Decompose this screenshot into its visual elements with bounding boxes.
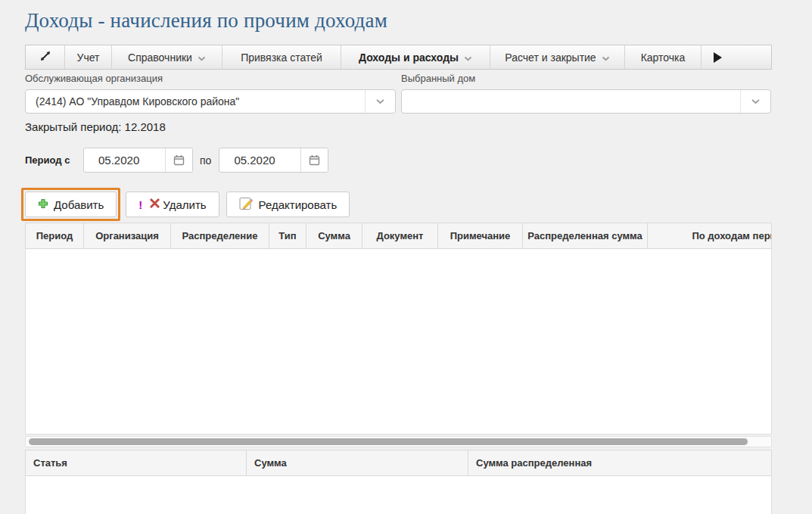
tab-label: Привязка статей bbox=[241, 51, 322, 64]
scrollbar-thumb[interactable] bbox=[29, 438, 748, 445]
delete-button[interactable]: ! Удалить bbox=[126, 192, 219, 217]
edit-button-label: Редактировать bbox=[259, 198, 338, 211]
org-filter: Обслуживающая организация (2414) АО "Упр… bbox=[25, 73, 396, 114]
column-header-dokument: Документ bbox=[362, 223, 438, 248]
column-header-tip: Тип bbox=[269, 223, 306, 248]
main-grid: Период Организация Распределение Тип Сум… bbox=[25, 223, 772, 435]
house-filter: Выбранный дом bbox=[401, 73, 771, 114]
column-header-po-dohodam-periodov: По доходам периодов bbox=[648, 223, 772, 248]
calendar-icon[interactable] bbox=[165, 148, 192, 172]
period-between-label: по bbox=[200, 154, 211, 167]
closed-period-text: Закрытый период: 12.2018 bbox=[25, 120, 772, 133]
summary-grid-body bbox=[25, 476, 772, 514]
column-header-summa-raspredelennaya: Сумма распределенная bbox=[468, 450, 771, 475]
main-nav: Учет Справочники Привязка статей Доходы … bbox=[25, 45, 772, 70]
period-to-input[interactable]: 05.2020 bbox=[219, 148, 300, 172]
expand-icon bbox=[40, 51, 51, 64]
summary-grid-header: Статья Сумма Сумма распределенная bbox=[25, 450, 772, 476]
tab-privyazka-statey[interactable]: Привязка статей bbox=[222, 45, 341, 69]
period-from-group: 05.2020 bbox=[83, 148, 193, 173]
pencil-icon bbox=[239, 197, 254, 213]
chevron-down-icon bbox=[464, 51, 472, 64]
column-header-primechanie: Примечание bbox=[438, 223, 523, 248]
tab-expand[interactable] bbox=[26, 45, 65, 69]
column-header-period: Период bbox=[26, 223, 84, 248]
calendar-icon[interactable] bbox=[300, 148, 328, 172]
cross-icon bbox=[149, 198, 160, 211]
tab-uchet[interactable]: Учет bbox=[65, 45, 112, 69]
org-select[interactable]: (2414) АО "Управдом Кировского района" bbox=[25, 89, 396, 114]
column-header-statya: Статья bbox=[26, 450, 247, 475]
tab-kartochka[interactable]: Карточка bbox=[625, 45, 702, 69]
tab-label: Доходы и расходы bbox=[359, 51, 459, 64]
add-button[interactable]: Добавить bbox=[25, 192, 117, 217]
tab-label: Расчет и закрытие bbox=[505, 51, 596, 64]
horizontal-scrollbar[interactable] bbox=[25, 436, 772, 447]
filters-row: Обслуживающая организация (2414) АО "Упр… bbox=[25, 73, 772, 114]
period-from-input[interactable]: 05.2020 bbox=[84, 148, 165, 172]
tab-spravochniki[interactable]: Справочники bbox=[112, 45, 222, 69]
period-to-group: 05.2020 bbox=[219, 148, 328, 173]
page: Доходы - начисления по прочим доходам Уч… bbox=[0, 0, 772, 514]
column-header-raspredelennaya-summa: Распределенная сумма bbox=[523, 223, 648, 248]
delete-button-label: Удалить bbox=[163, 198, 206, 211]
play-icon bbox=[714, 52, 722, 63]
page-title: Доходы - начисления по прочим доходам bbox=[25, 9, 772, 33]
chevron-down-icon bbox=[740, 90, 770, 113]
tab-label: Карточка bbox=[641, 51, 686, 64]
plus-icon bbox=[38, 198, 48, 211]
chevron-down-icon bbox=[198, 51, 206, 64]
column-header-organizaciya: Организация bbox=[84, 223, 171, 248]
toolbar: Добавить ! Удалить Редактировать bbox=[25, 188, 772, 221]
chevron-down-icon bbox=[365, 90, 395, 113]
tab-next[interactable] bbox=[702, 45, 771, 69]
chevron-down-icon bbox=[602, 51, 610, 64]
column-header-raspredelenie: Распределение bbox=[171, 223, 269, 248]
column-header-summa: Сумма bbox=[247, 450, 468, 475]
house-label: Выбранный дом bbox=[401, 73, 771, 84]
tab-label: Справочники bbox=[128, 51, 192, 64]
column-header-summa: Сумма bbox=[306, 223, 362, 248]
warning-mark: ! bbox=[138, 198, 142, 211]
main-grid-body bbox=[25, 249, 772, 435]
period-row: Период с 05.2020 по 05.2020 bbox=[25, 148, 772, 173]
period-label: Период с bbox=[25, 154, 83, 166]
org-select-value: (2414) АО "Управдом Кировского района" bbox=[26, 95, 239, 107]
highlight-box: Добавить bbox=[21, 188, 120, 221]
summary-grid: Статья Сумма Сумма распределенная bbox=[25, 450, 772, 514]
org-label: Обслуживающая организация bbox=[25, 73, 396, 84]
add-button-label: Добавить bbox=[54, 198, 104, 211]
house-select[interactable] bbox=[401, 89, 771, 114]
tab-dohody-i-rashody[interactable]: Доходы и расходы bbox=[341, 45, 490, 69]
tab-label: Учет bbox=[77, 51, 100, 64]
main-grid-header: Период Организация Распределение Тип Сум… bbox=[25, 223, 772, 249]
tab-raschet-i-zakrytie[interactable]: Расчет и закрытие bbox=[490, 45, 625, 69]
edit-button[interactable]: Редактировать bbox=[226, 192, 350, 217]
